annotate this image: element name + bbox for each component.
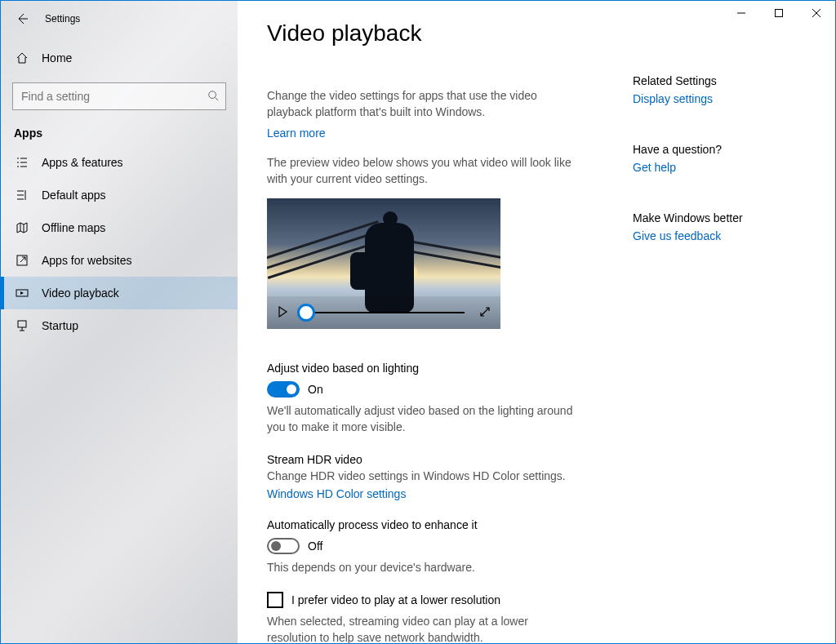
content: Video playback Change the video settings… <box>238 1 633 643</box>
video-controls <box>267 296 500 329</box>
lower-resolution-checkbox[interactable] <box>267 592 283 608</box>
main: Video playback Change the video settings… <box>238 1 835 643</box>
hd-color-settings-link[interactable]: Windows HD Color settings <box>267 487 406 500</box>
auto-enhance-state: Off <box>308 540 322 553</box>
auto-enhance-toggle[interactable] <box>267 538 300 554</box>
search-input[interactable] <box>20 89 207 104</box>
lower-resolution-desc: When selected, streaming video can play … <box>267 613 577 643</box>
home-label: Home <box>42 51 72 64</box>
adjust-lighting-desc: We'll automatically adjust video based o… <box>267 402 577 435</box>
home-icon <box>14 51 30 64</box>
fullscreen-icon[interactable] <box>479 306 491 320</box>
stream-hdr-desc: Change HDR video settings in Windows HD … <box>267 468 577 484</box>
display-settings-link[interactable]: Display settings <box>633 92 819 105</box>
search-wrap <box>12 82 226 110</box>
auto-enhance-desc: This depends on your device's hardware. <box>267 559 577 575</box>
maximize-button[interactable] <box>760 1 798 25</box>
svg-rect-1 <box>776 10 783 17</box>
titlebar <box>723 1 835 25</box>
settings-window: Settings Home Apps Apps & features Defau… <box>0 0 836 644</box>
startup-icon <box>14 319 30 332</box>
back-button[interactable] <box>11 7 33 30</box>
sidebar-item-label: Apps & features <box>42 156 123 169</box>
sidebar: Settings Home Apps Apps & features Defau… <box>1 1 238 643</box>
close-button[interactable] <box>798 1 835 25</box>
video-seek-track[interactable] <box>303 312 465 313</box>
intro-text: Change the video settings for apps that … <box>267 87 577 120</box>
play-icon[interactable] <box>277 306 288 320</box>
video-decor <box>411 241 500 260</box>
defaults-icon <box>14 189 30 202</box>
sidebar-item-label: Default apps <box>42 189 106 202</box>
sidebar-item-offline-maps[interactable]: Offline maps <box>1 211 238 244</box>
video-seek-thumb[interactable] <box>297 304 315 322</box>
sidebar-item-video-playback[interactable]: Video playback <box>1 277 238 309</box>
video-preview[interactable] <box>267 198 500 329</box>
preview-text: The preview video below shows you what v… <box>267 154 577 187</box>
sidebar-item-startup[interactable]: Startup <box>1 309 238 342</box>
page-title: Video playback <box>267 20 633 47</box>
sidebar-item-label: Offline maps <box>42 221 105 234</box>
right-column: Related Settings Display settings Have a… <box>633 1 835 643</box>
stream-hdr-title: Stream HDR video <box>267 453 633 466</box>
better-head: Make Windows better <box>633 211 819 224</box>
video-icon <box>14 286 30 300</box>
svg-point-4 <box>209 91 216 98</box>
sidebar-item-apps-features[interactable]: Apps & features <box>1 146 238 179</box>
sidebar-item-label: Video playback <box>42 286 119 300</box>
body: Settings Home Apps Apps & features Defau… <box>1 1 835 643</box>
lower-resolution-label: I prefer video to play at a lower resolu… <box>291 593 500 606</box>
adjust-lighting-state: On <box>308 383 323 396</box>
search-box[interactable] <box>12 82 226 110</box>
adjust-lighting-title: Adjust video based on lighting <box>267 362 633 375</box>
search-icon <box>207 90 219 104</box>
svg-rect-8 <box>18 321 26 327</box>
window-controls <box>723 1 835 25</box>
question-head: Have a question? <box>633 143 819 156</box>
auto-enhance-title: Automatically process video to enhance i… <box>267 518 633 531</box>
open-icon <box>14 254 30 267</box>
sidebar-item-default-apps[interactable]: Default apps <box>1 179 238 211</box>
give-feedback-link[interactable]: Give us feedback <box>633 229 819 242</box>
get-help-link[interactable]: Get help <box>633 161 819 174</box>
sidebar-home[interactable]: Home <box>1 42 238 74</box>
sidebar-item-label: Startup <box>42 319 78 332</box>
map-icon <box>14 221 30 234</box>
sidebar-item-apps-websites[interactable]: Apps for websites <box>1 244 238 277</box>
list-icon <box>14 156 30 169</box>
sidebar-top: Settings <box>1 1 238 37</box>
related-settings-head: Related Settings <box>633 74 819 87</box>
learn-more-link[interactable]: Learn more <box>267 127 326 140</box>
minimize-button[interactable] <box>723 1 760 25</box>
svg-line-5 <box>216 97 219 100</box>
app-title: Settings <box>45 13 80 24</box>
sidebar-section-title: Apps <box>14 127 238 140</box>
sidebar-item-label: Apps for websites <box>42 254 132 267</box>
adjust-lighting-toggle[interactable] <box>267 381 300 398</box>
